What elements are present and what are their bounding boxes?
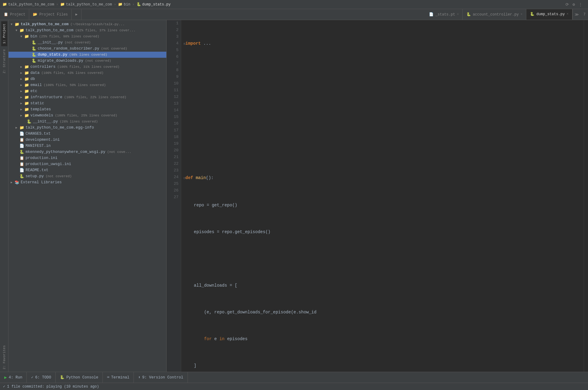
- file-tree-panel: ▼ 📁 talk_python_to_me_com (~/Desktop/sta…: [9, 20, 167, 372]
- breadcrumb-item-4[interactable]: 🐍 dump_stats.py: [137, 2, 171, 7]
- tree-folder-viewmodels[interactable]: ▶ 📁 viewmodels (100% files, 25% lines co…: [9, 112, 166, 119]
- tree-folder-templates[interactable]: ▶ 📁 templates: [9, 106, 166, 112]
- code-content[interactable]: ⊞import ... ⊟def main(): repo = get_repo…: [181, 20, 584, 372]
- code-line-12: for e in episodes: [184, 336, 581, 342]
- tree-file-manifest[interactable]: 📄 MANIFEST.in: [9, 143, 166, 149]
- line-numbers: 1 2 3 4 5 6 7 8 9 10 11 12 13 14 15 16 1…: [167, 20, 181, 372]
- python-console-button[interactable]: 🐍 Python Console: [56, 372, 103, 383]
- tree-file-uwsgi-ini[interactable]: 📋 production_uwsgi.ini: [9, 161, 166, 167]
- python-file-icon-7: 🐍: [19, 174, 24, 179]
- git-icon: ✓: [3, 384, 5, 389]
- folder-icon-1: 📁: [2, 2, 7, 7]
- close-account-btn[interactable]: ×: [521, 13, 522, 16]
- tree-file-dev-ini[interactable]: 📋 development.ini: [9, 137, 166, 143]
- tree-file-init2[interactable]: 🐍 __init__.py (28% lines covered): [9, 119, 166, 125]
- options-icon[interactable]: ⋮: [578, 2, 583, 8]
- right-gutter: [584, 20, 588, 372]
- python-file-icon-1: 🐍: [137, 2, 141, 7]
- tree-folder-db[interactable]: ▶ 📁 db: [9, 76, 166, 82]
- project-tab-icon: 📋: [4, 12, 8, 17]
- side-tab-structure[interactable]: Z: Structure: [1, 47, 7, 76]
- python-file-icon-5: 🐍: [27, 119, 32, 124]
- terminal-icon: ⌨: [107, 375, 109, 380]
- manifest-file-icon: 📄: [19, 143, 24, 148]
- todo-button[interactable]: ✓ 6: TODO: [27, 372, 56, 383]
- code-line-3: [184, 94, 581, 101]
- terminal-button[interactable]: ⌨ Terminal: [103, 372, 134, 383]
- tree-file-choose[interactable]: 🐍 choose_random_subscriber.py (not cover…: [9, 46, 166, 52]
- expand-icon: ▶: [75, 12, 78, 17]
- tree-folder-controllers[interactable]: ▶ 📁 controllers (100% files, 31% lines c…: [9, 64, 166, 70]
- folder-icon-infra: 📁: [24, 95, 29, 100]
- tree-folder-egginfo[interactable]: ▶ 📁 talk_python_to_me_com.egg-info: [9, 125, 166, 131]
- side-tab-favorites[interactable]: 2: Favorites: [1, 343, 7, 372]
- code-view[interactable]: 1 2 3 4 5 6 7 8 9 10 11 12 13 14 15 16 1…: [167, 20, 584, 372]
- tree-file-migrate[interactable]: 🐍 migrate_downloads.py (not covered): [9, 58, 166, 64]
- close-dump-btn[interactable]: ×: [567, 12, 569, 16]
- python-file-icon-3: 🐍: [32, 52, 36, 57]
- tree-folder-static[interactable]: ▶ 📁 static: [9, 100, 166, 106]
- code-line-13: ]: [184, 362, 581, 369]
- folder-icon-templates: 📁: [24, 107, 29, 112]
- folder-icon-3: 📁: [118, 2, 123, 7]
- folder-icon-main: 📁: [19, 28, 24, 33]
- tree-file-readme[interactable]: 📄 README.txt: [9, 167, 166, 173]
- folder-icon-bin: 📁: [24, 34, 29, 39]
- breadcrumb-sep-3: ›: [132, 2, 135, 7]
- tree-folder-infrastructure[interactable]: ▶ 📁 infrastructure (100% files, 22% line…: [9, 94, 166, 100]
- version-control-button[interactable]: ⬆ 9: Version Control: [134, 372, 188, 383]
- tab-bar: 📋 Project 📂 Project Files ▶ 📄 _stats.pt …: [0, 9, 588, 20]
- code-line-2: [184, 67, 581, 74]
- tree-folder-etc[interactable]: ▶ 📁 etc: [9, 88, 166, 94]
- breadcrumb-bar: 📁 talk_python_to_me_com › 📁 talk_python_…: [0, 0, 588, 9]
- tree-folder-main[interactable]: ▼ 📁 talk_python_to_me_com (92% files, 37…: [9, 27, 166, 33]
- breadcrumb-item-2[interactable]: 📁 talk_python_to_me_com: [60, 2, 112, 7]
- text-file-icon-2: 📄: [19, 168, 24, 173]
- python-console-icon: 🐍: [60, 375, 64, 380]
- project-files-icon: 📂: [33, 12, 37, 17]
- sync-icon[interactable]: ⟳: [565, 2, 569, 8]
- tab-expand-btn[interactable]: ▶: [72, 9, 81, 20]
- tab-project-files[interactable]: 📂 Project Files: [29, 9, 72, 20]
- tab-account-controller[interactable]: 🐍 account_controller.py ×: [463, 9, 526, 20]
- folder-icon-viewmodels: 📁: [24, 113, 29, 118]
- code-line-10: all_downloads = [: [184, 282, 581, 289]
- tab-dump-stats[interactable]: 🐍 dump_stats.py ×: [526, 9, 572, 20]
- tree-file-prod-ini[interactable]: 📋 production.ini: [9, 155, 166, 161]
- tab-project[interactable]: 📋 Project: [0, 9, 29, 20]
- ini-file-icon-2: 📋: [19, 156, 24, 160]
- tree-file-changes[interactable]: 📄 CHANGES.txt: [9, 131, 166, 137]
- tab-stats-pt[interactable]: 📄 _stats.pt ×: [425, 9, 463, 20]
- folder-icon-db: 📁: [24, 77, 29, 81]
- breadcrumb-item-1[interactable]: 📁 talk_python_to_me_com: [2, 2, 54, 7]
- folder-icon-2: 📁: [60, 2, 65, 7]
- tree-folder-bin[interactable]: ▼ 📁 bin (25% files, 98% lines covered): [9, 33, 166, 40]
- settings-icon[interactable]: ⚙: [572, 2, 576, 8]
- tree-file-dump-stats[interactable]: 🐍 dump_stats.py (98% lines covered): [9, 52, 166, 58]
- tree-folder-email[interactable]: ▶ 📁 email (100% files, 50% lines covered…: [9, 82, 166, 88]
- code-line-1: ⊞import ...: [184, 40, 581, 47]
- tree-file-setup[interactable]: 🐍 setup.py (not covered): [9, 173, 166, 179]
- tree-file-wsgi[interactable]: 🐍 mkennedy_pythonanywhere_com_wsgi.py (n…: [9, 149, 166, 155]
- text-file-icon: 📄: [19, 131, 24, 136]
- tree-root[interactable]: ▼ 📁 talk_python_to_me_com (~/Desktop/sta…: [9, 21, 166, 27]
- run-button[interactable]: ▶ 4: Run: [0, 372, 27, 383]
- tree-file-init[interactable]: 🐍 __init__.py (not covered): [9, 40, 166, 46]
- more-tabs-btn[interactable]: ≫: [572, 9, 581, 20]
- tree-folder-data[interactable]: ▶ 📁 data (100% files, 43% lines covered): [9, 70, 166, 76]
- left-side-tabs: 1: Project Z: Structure 2: Favorites: [0, 20, 9, 372]
- close-statspt-btn[interactable]: ×: [457, 13, 459, 16]
- tree-external-libs[interactable]: ▶ 📚 External Libraries: [9, 179, 166, 185]
- folder-icon-egginfo: 📁: [19, 125, 24, 130]
- run-icon: ▶: [4, 375, 7, 380]
- code-line-11: (e, repo.get_downloads_for_episode(e.sho…: [184, 309, 581, 316]
- editor-area: 1 2 3 4 5 6 7 8 9 10 11 12 13 14 15 16 1…: [167, 20, 584, 372]
- code-line-6: ⊟def main():: [184, 174, 581, 182]
- code-line-5: [184, 148, 581, 154]
- folder-icon-data: 📁: [24, 71, 29, 75]
- breadcrumb-sep-1: ›: [56, 2, 58, 7]
- breadcrumb-item-3[interactable]: 📁 bin: [118, 2, 130, 7]
- breadcrumb-sep-2: ›: [114, 2, 116, 7]
- side-tab-project[interactable]: 1: Project: [1, 21, 7, 46]
- python-icon-account: 🐍: [466, 12, 471, 17]
